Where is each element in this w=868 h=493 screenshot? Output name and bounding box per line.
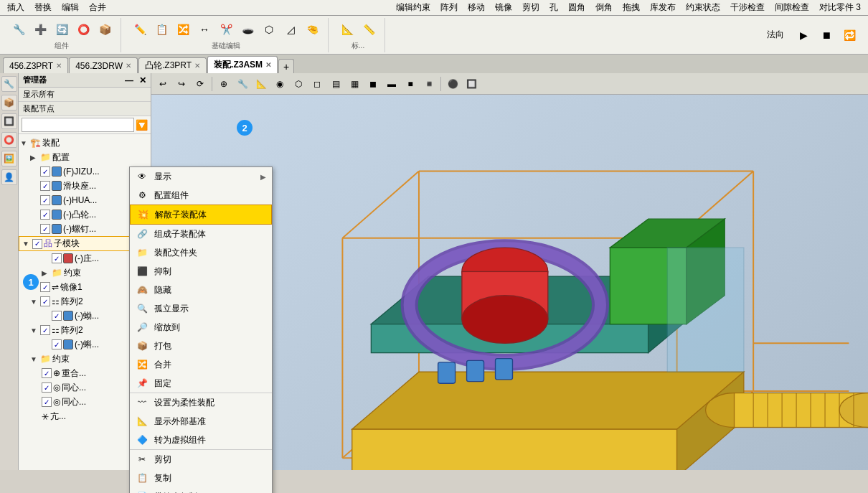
menu-fillet[interactable]: 圆角	[564, 0, 590, 15]
tab-1-close[interactable]: ✕	[126, 62, 131, 70]
ctx-hide[interactable]: 🙈 隐藏	[130, 281, 272, 299]
ctx-copy[interactable]: 📋 复制	[130, 469, 272, 487]
vp-btn-13[interactable]: ⚫	[444, 75, 461, 93]
toolbar-right-3[interactable]: 🔁	[839, 25, 859, 45]
toolbar-btn-1[interactable]: 🔧	[9, 19, 29, 39]
side-icon-5[interactable]: 🖼️	[1, 151, 17, 166]
ctx-cut[interactable]: ✂ 剪切	[130, 449, 272, 469]
side-icon-1[interactable]: 🔧	[1, 76, 17, 92]
vp-btn-1[interactable]: ⊕	[215, 75, 232, 93]
toolbar-right-2[interactable]: ⏹	[816, 25, 836, 45]
toolbar-btn-4[interactable]: ⭕	[73, 19, 93, 39]
menu-constraint-state[interactable]: 约束状态	[681, 0, 725, 15]
menu-compare[interactable]: 对比零件 3	[815, 0, 865, 15]
ctx-disassemble[interactable]: 💥 解散子装配体	[130, 205, 272, 225]
toolbar-edit-7[interactable]: ⬡	[259, 19, 279, 39]
tab-3[interactable]: 装配.Z3ASM ✕	[207, 56, 278, 73]
chk-zhuang[interactable]	[52, 253, 62, 263]
chk-screw[interactable]	[40, 224, 50, 234]
filter-icon[interactable]: 🔽	[136, 119, 148, 131]
menu-array[interactable]: 阵列	[436, 0, 462, 15]
vp-undo[interactable]: ↩	[154, 75, 171, 93]
vp-btn-10[interactable]: ▬	[383, 75, 400, 93]
vp-btn-2[interactable]: 🔧	[234, 75, 251, 93]
ctx-config-component[interactable]: ⚙ 配置组件	[130, 186, 272, 205]
chk-part2[interactable]	[52, 339, 62, 349]
menu-cut[interactable]: 剪切	[518, 0, 544, 15]
menu-replace[interactable]: 替换	[30, 0, 56, 15]
toolbar-edit-5[interactable]: ✂️	[216, 19, 236, 39]
panel-minimize[interactable]: —	[125, 75, 133, 85]
ctx-isolate[interactable]: 🔍 孤立显示	[130, 299, 272, 318]
chk-huakuai[interactable]	[40, 181, 50, 191]
toolbar-edit-1[interactable]: ✏️	[130, 19, 150, 39]
ctx-copy-constraint[interactable]: 📄 带约束复制	[130, 487, 272, 493]
chk-mirror1[interactable]	[40, 282, 50, 292]
toolbar-edit-2[interactable]: 📋	[151, 19, 171, 39]
toolbar-edit-3[interactable]: 🔀	[173, 19, 193, 39]
side-icon-4[interactable]: ⭕	[1, 132, 17, 148]
show-all-btn[interactable]: 显示所有	[19, 88, 151, 102]
ctx-zoom[interactable]: 🔎 缩放到	[130, 318, 272, 337]
ctx-merge[interactable]: 🔀 合并	[130, 355, 272, 374]
toolbar-edit-4[interactable]: ↔️	[194, 19, 214, 39]
menu-edit[interactable]: 编辑	[57, 0, 83, 15]
toolbar-std-1[interactable]: 📐	[337, 19, 357, 39]
vp-btn-11[interactable]: ■	[402, 75, 419, 93]
ctx-folder[interactable]: 📁 装配文件夹	[130, 243, 272, 262]
side-icon-3[interactable]: 🔲	[1, 113, 17, 129]
menu-lib[interactable]: 库发布	[646, 0, 680, 15]
ctx-display[interactable]: 👁 显示 ▶	[130, 167, 272, 186]
ctx-fix[interactable]: 📌 固定	[130, 374, 272, 393]
menu-interference[interactable]: 干涉检查	[726, 0, 769, 15]
chk-jizu[interactable]	[40, 166, 50, 177]
menu-mirror[interactable]: 镜像	[491, 0, 516, 15]
chk-concentric2[interactable]	[42, 397, 52, 407]
panel-close[interactable]: ✕	[139, 75, 146, 85]
ctx-assemble[interactable]: 🔗 组成子装配体	[130, 225, 272, 243]
tab-2[interactable]: 凸轮.Z3PRT ✕	[138, 57, 207, 73]
vp-btn-8[interactable]: ▦	[346, 75, 363, 93]
vp-btn-14[interactable]: 🔲	[463, 75, 480, 93]
tab-0-close[interactable]: ✕	[56, 62, 62, 70]
vp-btn-9[interactable]: ◼	[364, 75, 382, 93]
vp-btn-5[interactable]: ⬡	[290, 75, 307, 93]
chk-coincide[interactable]	[42, 368, 52, 378]
side-icon-6[interactable]: 👤	[1, 169, 17, 185]
menu-clearance[interactable]: 间隙检查	[770, 0, 813, 15]
ctx-flex[interactable]: 〰 设置为柔性装配	[130, 393, 272, 412]
chk-array1[interactable]	[40, 296, 50, 306]
chk-part1[interactable]	[52, 311, 62, 321]
toolbar-std-2[interactable]: 📏	[359, 19, 379, 39]
vp-refresh[interactable]: ⟳	[192, 75, 209, 93]
tab-1[interactable]: 456.Z3DRW ✕	[69, 57, 138, 73]
vp-btn-7[interactable]: ▤	[327, 75, 344, 93]
toolbar-btn-5[interactable]: 📦	[95, 19, 115, 39]
law-button[interactable]: 法向	[760, 25, 791, 45]
chk-cam[interactable]	[40, 210, 50, 220]
tree-item-assembly[interactable]: ▼ 🏗️ 装配	[19, 136, 151, 150]
vp-redo[interactable]: ↪	[173, 75, 190, 93]
menu-merge[interactable]: 合并	[85, 0, 110, 15]
menu-hole[interactable]: 孔	[545, 0, 562, 15]
ctx-pack[interactable]: 📦 打包	[130, 337, 272, 355]
tab-add-button[interactable]: +	[278, 59, 294, 73]
tree-item-config[interactable]: ▶ 📁 配置	[19, 150, 151, 164]
toolbar-edit-8[interactable]: ◿	[280, 19, 301, 39]
tab-2-close[interactable]: ✕	[194, 62, 200, 70]
toolbar-edit-9[interactable]: 🤏	[302, 19, 322, 39]
toolbar-edit-6[interactable]: 🕳️	[237, 19, 258, 39]
chk-array2[interactable]	[40, 325, 50, 335]
vp-btn-12[interactable]: ◾	[420, 75, 438, 93]
menu-edit-constraint[interactable]: 编辑约束	[392, 0, 435, 15]
menu-drag[interactable]: 拖拽	[618, 0, 644, 15]
side-icon-2[interactable]: 📦	[1, 95, 17, 111]
menu-chamfer[interactable]: 倒角	[591, 0, 617, 15]
chk-hua[interactable]	[40, 195, 50, 205]
ctx-virtual[interactable]: 🔷 转为虚拟组件	[130, 431, 272, 449]
vp-btn-6[interactable]: ◻	[308, 75, 326, 93]
filter-input[interactable]	[22, 118, 134, 132]
ctx-suppress[interactable]: ⬛ 抑制	[130, 262, 272, 281]
toolbar-right-1[interactable]: ▶	[793, 25, 813, 45]
toolbar-btn-2[interactable]: ➕	[30, 19, 50, 39]
